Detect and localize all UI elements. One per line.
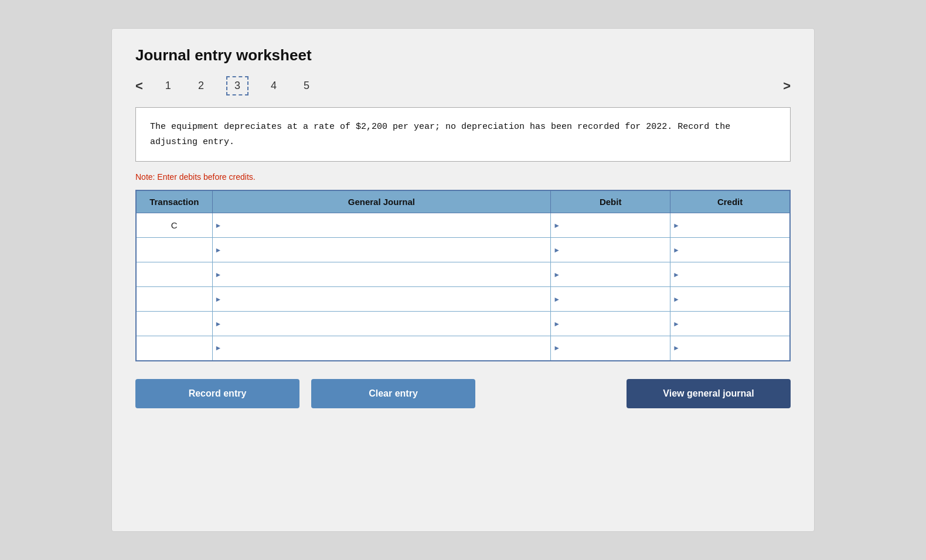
cell-arrow-icon: ► — [670, 246, 682, 254]
journal-input-0[interactable] — [224, 217, 550, 234]
debit-cell-1[interactable]: ► — [551, 238, 670, 262]
cell-arrow-icon: ► — [213, 320, 224, 328]
table-row: ► ► ► — [136, 238, 790, 262]
note-text: Note: Enter debits before credits. — [135, 172, 791, 182]
debit-input-0[interactable] — [563, 217, 670, 234]
cell-arrow-icon: ► — [551, 246, 563, 254]
description-text: The equipment depreciates at a rate of $… — [150, 122, 730, 147]
cell-arrow-icon: ► — [213, 295, 224, 303]
view-general-journal-button[interactable]: View general journal — [627, 379, 791, 408]
prev-arrow[interactable]: < — [135, 78, 143, 94]
cell-arrow-icon: ► — [551, 221, 563, 230]
cell-arrow-icon: ► — [213, 344, 224, 352]
credit-input-5[interactable] — [682, 340, 789, 356]
debit-input-1[interactable] — [563, 242, 670, 258]
table-row: ► ► ► — [136, 262, 790, 287]
record-entry-button[interactable]: Record entry — [135, 379, 299, 408]
credit-input-4[interactable] — [682, 316, 789, 332]
credit-input-0[interactable] — [682, 217, 789, 234]
next-arrow[interactable]: > — [783, 78, 791, 94]
tab-5[interactable]: 5 — [299, 77, 314, 94]
transaction-cell-0: C — [136, 213, 212, 238]
col-header-credit: Credit — [670, 190, 790, 213]
journal-cell-4[interactable]: ► — [212, 312, 551, 336]
cell-arrow-icon: ► — [551, 295, 563, 303]
credit-cell-2[interactable]: ► — [670, 262, 790, 287]
journal-cell-2[interactable]: ► — [212, 262, 551, 287]
cell-arrow-icon: ► — [670, 295, 682, 303]
transaction-cell-5 — [136, 336, 212, 361]
credit-input-3[interactable] — [682, 291, 789, 308]
journal-input-2[interactable] — [224, 267, 550, 283]
journal-cell-3[interactable]: ► — [212, 287, 551, 312]
debit-input-2[interactable] — [563, 267, 670, 283]
debit-cell-2[interactable]: ► — [551, 262, 670, 287]
buttons-row: Record entry Clear entry View general jo… — [135, 379, 791, 408]
cell-arrow-icon: ► — [670, 320, 682, 328]
table-row: ► ► ► — [136, 336, 790, 361]
col-header-transaction: Transaction — [136, 190, 212, 213]
cell-arrow-icon: ► — [213, 271, 224, 279]
credit-cell-0[interactable]: ► — [670, 213, 790, 238]
cell-arrow-icon: ► — [551, 271, 563, 279]
debit-cell-3[interactable]: ► — [551, 287, 670, 312]
col-header-debit: Debit — [551, 190, 670, 213]
credit-cell-5[interactable]: ► — [670, 336, 790, 361]
journal-cell-0[interactable]: ► — [212, 213, 551, 238]
page-title: Journal entry worksheet — [135, 46, 791, 64]
tab-1[interactable]: 1 — [161, 77, 176, 94]
credit-cell-3[interactable]: ► — [670, 287, 790, 312]
description-box: The equipment depreciates at a rate of $… — [135, 107, 791, 162]
debit-input-4[interactable] — [563, 316, 670, 332]
debit-cell-5[interactable]: ► — [551, 336, 670, 361]
credit-input-2[interactable] — [682, 267, 789, 283]
debit-cell-4[interactable]: ► — [551, 312, 670, 336]
journal-input-3[interactable] — [224, 291, 550, 308]
transaction-cell-3 — [136, 287, 212, 312]
tab-2[interactable]: 2 — [193, 77, 209, 94]
journal-table: Transaction General Journal Debit Credit… — [135, 190, 791, 361]
cell-arrow-icon: ► — [551, 320, 563, 328]
journal-input-1[interactable] — [224, 242, 550, 258]
cell-arrow-icon: ► — [670, 221, 682, 230]
credit-cell-1[interactable]: ► — [670, 238, 790, 262]
credit-input-1[interactable] — [682, 242, 789, 258]
transaction-cell-4 — [136, 312, 212, 336]
journal-cell-5[interactable]: ► — [212, 336, 551, 361]
journal-input-4[interactable] — [224, 316, 550, 332]
tab-4[interactable]: 4 — [266, 77, 281, 94]
transaction-cell-1 — [136, 238, 212, 262]
debit-input-5[interactable] — [563, 340, 670, 356]
cell-arrow-icon: ► — [551, 344, 563, 352]
tab-navigation: < 1 2 3 4 5 > — [135, 76, 791, 95]
main-container: Journal entry worksheet < 1 2 3 4 5 > Th… — [111, 28, 815, 532]
clear-entry-button[interactable]: Clear entry — [311, 379, 475, 408]
cell-arrow-icon: ► — [670, 344, 682, 352]
cell-arrow-icon: ► — [670, 271, 682, 279]
transaction-cell-2 — [136, 262, 212, 287]
tab-3-active[interactable]: 3 — [226, 76, 248, 95]
cell-arrow-icon: ► — [213, 246, 224, 254]
journal-input-5[interactable] — [224, 340, 550, 356]
credit-cell-4[interactable]: ► — [670, 312, 790, 336]
table-row: ► ► ► — [136, 287, 790, 312]
table-row: ► ► ► — [136, 312, 790, 336]
col-header-journal: General Journal — [212, 190, 551, 213]
debit-input-3[interactable] — [563, 291, 670, 308]
journal-cell-1[interactable]: ► — [212, 238, 551, 262]
table-row: C ► ► ► — [136, 213, 790, 238]
debit-cell-0[interactable]: ► — [551, 213, 670, 238]
cell-arrow-icon: ► — [213, 221, 224, 230]
